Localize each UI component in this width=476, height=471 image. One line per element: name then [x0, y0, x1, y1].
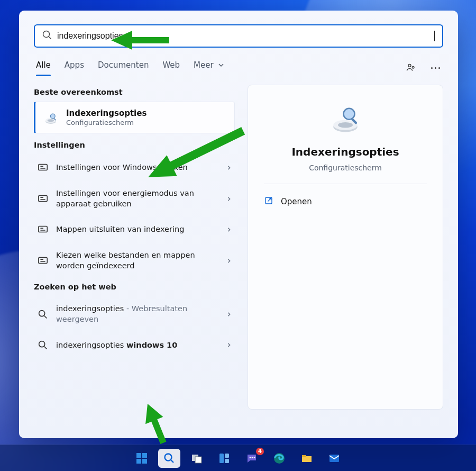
org-search-icon[interactable] — [406, 62, 416, 73]
open-action[interactable]: Openen — [264, 196, 427, 207]
settings-item-icon — [37, 224, 49, 236]
svg-point-15 — [338, 122, 353, 128]
search-icon — [37, 309, 49, 320]
best-match-header: Beste overeenkomst — [34, 88, 235, 96]
svg-point-31 — [254, 457, 255, 458]
search-icon — [42, 30, 52, 42]
task-view-button[interactable] — [186, 449, 208, 468]
tab-documents[interactable]: Documenten — [98, 60, 149, 75]
svg-point-5 — [50, 114, 55, 119]
svg-rect-19 — [136, 453, 141, 458]
web-result-item[interactable]: indexeringsopties - Webresultaten weerge… — [34, 296, 235, 332]
indexing-options-icon — [43, 110, 59, 125]
svg-point-11 — [39, 310, 45, 316]
svg-rect-28 — [225, 459, 229, 463]
chevron-right-icon — [226, 310, 232, 319]
detail-pane: Indexeringsopties Configuratiescherm Ope… — [248, 85, 443, 410]
svg-point-0 — [408, 64, 411, 67]
settings-item-exclude-folders[interactable]: Mappen uitsluiten van indexering — [34, 216, 235, 243]
svg-point-16 — [344, 108, 355, 120]
settings-item-icon — [37, 255, 49, 267]
open-label: Openen — [281, 197, 312, 206]
best-match-subtitle: Configuratiescherm — [66, 119, 147, 126]
svg-rect-8 — [39, 195, 48, 201]
svg-rect-9 — [39, 227, 48, 232]
tab-apps[interactable]: Apps — [65, 60, 84, 75]
tab-more[interactable]: Meer — [194, 60, 224, 75]
settings-item-icon — [37, 162, 49, 174]
svg-rect-33 — [302, 455, 306, 457]
settings-item-label: Kiezen welke bestanden en mappen worden … — [56, 250, 219, 271]
svg-rect-21 — [136, 459, 141, 464]
start-search-panel: Alle Apps Documenten Web Meer Beste over… — [19, 11, 458, 438]
settings-item-choose-indexed[interactable]: Kiezen welke bestanden en mappen worden … — [34, 243, 235, 278]
filter-tabs: Alle Apps Documenten Web Meer — [34, 60, 443, 75]
svg-point-29 — [250, 457, 251, 458]
indexing-options-icon — [327, 100, 364, 137]
web-results-header: Zoeken op het web — [34, 283, 235, 291]
mail-button[interactable] — [323, 449, 345, 468]
more-options-icon[interactable] — [430, 67, 441, 69]
settings-item-label: Instellingen voor energiemodus van appar… — [56, 188, 219, 209]
taskbar: 4 — [0, 445, 476, 471]
web-result-label: indexeringsopties - Webresultaten weerge… — [56, 304, 219, 324]
svg-rect-22 — [142, 459, 147, 464]
svg-rect-27 — [225, 454, 229, 458]
chevron-right-icon — [226, 164, 232, 172]
svg-rect-25 — [195, 457, 202, 463]
tab-all[interactable]: Alle — [36, 60, 51, 75]
svg-rect-20 — [142, 453, 147, 458]
chevron-right-icon — [226, 225, 232, 234]
svg-point-30 — [252, 457, 253, 458]
svg-point-1 — [412, 66, 414, 68]
chat-button[interactable]: 4 — [241, 449, 263, 468]
text-caret — [434, 31, 435, 41]
detail-subtitle: Configuratiescherm — [309, 164, 382, 172]
search-button[interactable] — [158, 449, 180, 468]
chevron-right-icon — [226, 195, 232, 203]
search-box[interactable] — [34, 24, 443, 48]
annotation-arrow — [111, 29, 169, 52]
best-match-title: Indexeringsopties — [66, 108, 147, 118]
chat-badge: 4 — [256, 448, 264, 455]
web-result-item[interactable]: indexeringsopties windows 10 — [34, 332, 235, 358]
tab-web[interactable]: Web — [162, 60, 180, 75]
detail-title: Indexeringsopties — [291, 146, 399, 158]
chevron-right-icon — [226, 257, 232, 265]
open-icon — [264, 196, 273, 207]
search-input[interactable] — [52, 31, 439, 41]
best-match-result[interactable]: Indexeringsopties Configuratiescherm — [34, 102, 235, 133]
svg-point-4 — [48, 119, 54, 122]
svg-point-23 — [165, 454, 172, 460]
settings-item-label: Mappen uitsluiten van indexering — [56, 224, 219, 235]
svg-rect-10 — [39, 257, 48, 263]
file-explorer-button[interactable] — [296, 449, 318, 468]
settings-item-energy-mode[interactable]: Instellingen voor energiemodus van appar… — [34, 181, 235, 216]
web-result-label: indexeringsopties windows 10 — [56, 340, 219, 351]
chevron-down-icon — [218, 62, 224, 68]
svg-rect-7 — [39, 165, 48, 170]
svg-point-12 — [39, 341, 45, 347]
settings-item-icon — [37, 193, 49, 205]
chevron-right-icon — [226, 341, 232, 349]
svg-rect-26 — [219, 454, 224, 463]
widgets-button[interactable] — [213, 449, 235, 468]
edge-button[interactable] — [268, 449, 290, 468]
search-icon — [37, 339, 49, 351]
start-button[interactable] — [131, 449, 153, 468]
